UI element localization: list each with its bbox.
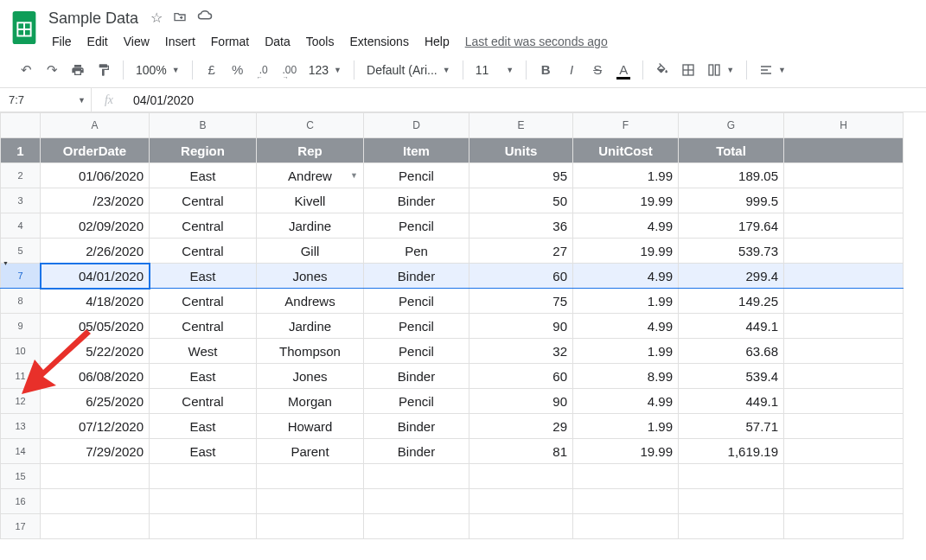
cell[interactable]: Jardine <box>257 314 364 339</box>
cell[interactable]: 4.99 <box>573 389 679 414</box>
menu-extensions[interactable]: Extensions <box>342 31 415 52</box>
cell[interactable]: Gill <box>257 239 364 264</box>
cell[interactable] <box>784 188 904 213</box>
cell[interactable]: 95 <box>469 163 573 188</box>
header-cell[interactable]: Region <box>150 138 257 163</box>
row-header-4[interactable]: 4 <box>1 213 41 239</box>
cell[interactable]: Central <box>150 239 257 264</box>
cell[interactable]: Thompson <box>257 339 364 364</box>
menu-edit[interactable]: Edit <box>80 31 115 52</box>
row-header-10[interactable]: 10 <box>1 339 41 364</box>
cell[interactable] <box>784 439 904 464</box>
cell[interactable]: 1,619.19 <box>679 439 784 464</box>
cell[interactable]: Pen <box>364 239 469 264</box>
cell[interactable]: 60 <box>469 264 573 289</box>
menu-help[interactable]: Help <box>418 31 457 52</box>
cell[interactable]: 07/12/2020 <box>41 414 150 439</box>
cell[interactable]: 36 <box>469 213 573 239</box>
chevron-down-icon[interactable]: ▼ <box>350 171 358 180</box>
cell[interactable]: 7/29/2020 <box>41 439 150 464</box>
cell[interactable]: 05/05/2020 <box>41 314 150 339</box>
cell[interactable] <box>469 464 573 489</box>
cell[interactable] <box>784 389 904 414</box>
strikethrough-button[interactable]: S <box>585 58 610 82</box>
cell[interactable]: 1.99 <box>573 339 679 364</box>
cell[interactable]: Binder <box>364 364 469 389</box>
cell[interactable]: East <box>150 439 257 464</box>
row-header-15[interactable]: 15 <box>1 464 41 489</box>
header-cell[interactable]: Item <box>364 138 469 163</box>
merge-cells-combo[interactable]: ▼ <box>702 59 739 81</box>
cell[interactable] <box>257 464 364 489</box>
row-header-8[interactable]: 8 <box>1 289 41 314</box>
row-header-2[interactable]: 2 <box>1 163 41 188</box>
move-icon[interactable] <box>173 10 187 27</box>
cell[interactable]: 4.99 <box>573 213 679 239</box>
row-header-16[interactable]: 16 <box>1 489 41 514</box>
cell[interactable]: West <box>150 339 257 364</box>
cell[interactable]: 27 <box>469 239 573 264</box>
column-header-A[interactable]: A <box>41 113 150 138</box>
cell[interactable]: Andrews <box>257 289 364 314</box>
cell[interactable]: Central <box>150 289 257 314</box>
cell[interactable]: East <box>150 364 257 389</box>
cell[interactable]: 04/01/2020 <box>41 264 150 289</box>
cell[interactable] <box>784 163 904 188</box>
font-combo[interactable]: Default (Ari...▼ <box>361 59 456 81</box>
spreadsheet-grid[interactable]: ABCDEFGH1OrderDateRegionRepItemUnitsUnit… <box>0 112 926 539</box>
column-header-B[interactable]: B <box>150 113 257 138</box>
cell[interactable]: 449.1 <box>679 314 784 339</box>
row-header-1[interactable]: 1 <box>1 138 41 163</box>
cell[interactable]: 1.99 <box>573 414 679 439</box>
cell[interactable]: Central <box>150 389 257 414</box>
cloud-status-icon[interactable] <box>197 10 213 27</box>
cell[interactable]: 01/06/2020 <box>41 163 150 188</box>
font-size-combo[interactable]: 11▼ <box>470 59 520 81</box>
increase-decimal-button[interactable]: .00→ <box>278 58 302 82</box>
decrease-decimal-button[interactable]: .0← <box>252 58 276 82</box>
cell[interactable]: Andrew▼ <box>257 163 364 188</box>
cell[interactable]: Jones <box>257 364 364 389</box>
cell[interactable] <box>784 213 904 239</box>
paint-format-button[interactable] <box>92 58 116 82</box>
cell[interactable] <box>364 464 469 489</box>
cell[interactable] <box>573 464 679 489</box>
cell[interactable]: 32 <box>469 339 573 364</box>
cell[interactable]: Jardine <box>257 213 364 239</box>
cell[interactable]: 1.99 <box>573 289 679 314</box>
cell[interactable] <box>784 489 904 514</box>
currency-button[interactable]: £ <box>200 58 224 82</box>
cell[interactable]: 4.99 <box>573 314 679 339</box>
formula-bar[interactable] <box>126 93 926 107</box>
cell[interactable]: Binder <box>364 414 469 439</box>
cell[interactable]: 449.1 <box>679 389 784 414</box>
row-header-14[interactable]: 14 <box>1 439 41 464</box>
text-color-button[interactable]: A <box>611 58 635 82</box>
cell[interactable] <box>257 489 364 514</box>
column-header-F[interactable]: F <box>573 113 679 138</box>
cell[interactable]: 539.4 <box>679 364 784 389</box>
cell[interactable]: 29 <box>469 414 573 439</box>
cell[interactable]: 02/09/2020 <box>41 213 150 239</box>
header-cell[interactable]: Units <box>469 138 573 163</box>
menu-format[interactable]: Format <box>204 31 256 52</box>
sheets-logo-icon[interactable] <box>7 7 42 48</box>
column-header-D[interactable]: D <box>364 113 469 138</box>
cell[interactable]: Binder <box>364 188 469 213</box>
cell[interactable]: Pencil <box>364 289 469 314</box>
cell[interactable]: 81 <box>469 439 573 464</box>
cell[interactable]: Pencil <box>364 339 469 364</box>
fill-color-button[interactable] <box>650 58 674 82</box>
undo-button[interactable]: ↶ <box>14 58 38 82</box>
cell[interactable]: East <box>150 414 257 439</box>
redo-button[interactable]: ↷ <box>40 58 64 82</box>
cell[interactable]: Binder <box>364 264 469 289</box>
cell[interactable]: 57.71 <box>679 414 784 439</box>
cell[interactable]: 189.05 <box>679 163 784 188</box>
column-header-G[interactable]: G <box>679 113 784 138</box>
header-cell[interactable] <box>784 138 904 163</box>
cell[interactable] <box>573 489 679 514</box>
cell[interactable] <box>150 464 257 489</box>
cell[interactable] <box>679 464 784 489</box>
cell[interactable] <box>784 464 904 489</box>
